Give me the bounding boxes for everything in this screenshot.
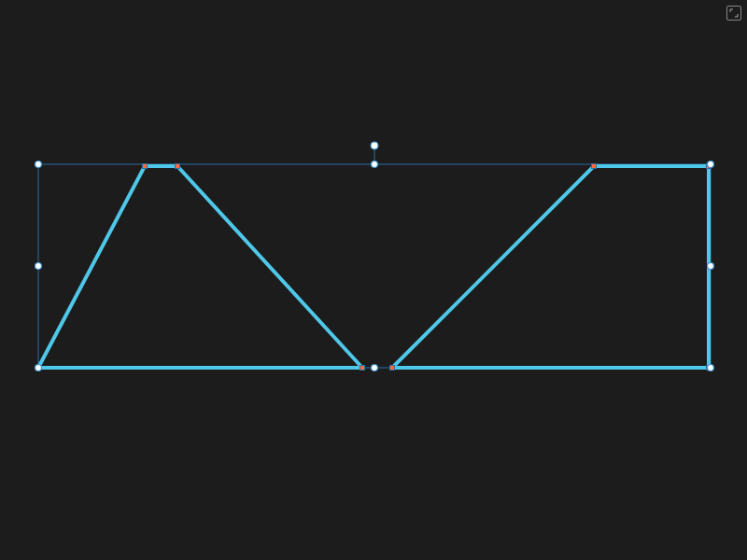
selection-handle[interactable]: [35, 365, 42, 371]
anchor-point[interactable]: [143, 164, 148, 169]
expand-button[interactable]: [726, 6, 741, 21]
selection-bounds[interactable]: [38, 164, 711, 368]
rotate-handle[interactable]: [371, 142, 378, 149]
selection-handle[interactable]: [35, 263, 42, 270]
anchor-point[interactable]: [390, 366, 395, 371]
selection-handle[interactable]: [372, 161, 378, 168]
anchor-point[interactable]: [592, 164, 597, 169]
selection-handle[interactable]: [708, 263, 714, 270]
selection-handle[interactable]: [35, 161, 42, 168]
vector-path-2[interactable]: [392, 166, 709, 368]
vector-path-1[interactable]: [38, 166, 362, 368]
selection-handle[interactable]: [708, 161, 714, 168]
expand-icon: [729, 8, 739, 18]
anchor-point[interactable]: [176, 164, 180, 169]
vector-canvas[interactable]: [0, 0, 747, 560]
anchor-point[interactable]: [360, 366, 365, 371]
selection-handle[interactable]: [372, 365, 378, 371]
selection-handle[interactable]: [708, 365, 714, 371]
